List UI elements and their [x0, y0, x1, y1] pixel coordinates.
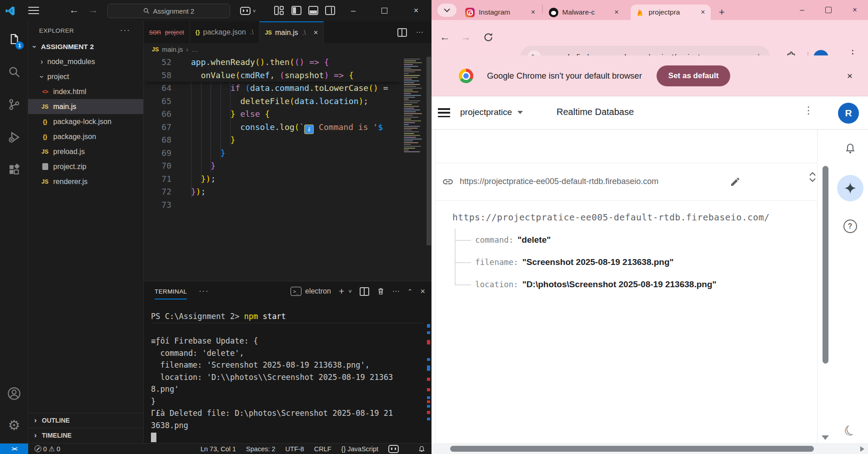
- close-panel-icon[interactable]: ×: [420, 287, 425, 296]
- database-entry-location[interactable]: location:"D:\photos\Screenshot 2025-08-1…: [475, 278, 717, 291]
- tree-item-project[interactable]: ›project: [28, 69, 143, 84]
- language-mode[interactable]: {} JavaScript: [341, 445, 378, 453]
- new-tab-button[interactable]: +: [715, 6, 729, 18]
- tab-search-button[interactable]: [437, 4, 457, 17]
- settings-gear-icon[interactable]: ⚙: [0, 412, 28, 439]
- tree-item-preload.js[interactable]: JSpreload.js: [28, 144, 143, 159]
- instagram-favicon: [465, 8, 475, 17]
- browser-tab-instagram[interactable]: Instagram×: [461, 5, 541, 20]
- indentation[interactable]: Spaces: 2: [246, 445, 276, 453]
- code-editor[interactable]: 64 if (data.command.toLowerCase() =65 de…: [144, 56, 431, 281]
- close-tab-icon[interactable]: ×: [313, 28, 318, 37]
- browser-forward-icon[interactable]: →: [458, 31, 473, 43]
- close-tab-icon[interactable]: ×: [529, 8, 537, 16]
- chrome-maximize-button[interactable]: [815, 0, 842, 20]
- editor-more-icon[interactable]: ···: [416, 28, 423, 36]
- project-selector[interactable]: projectpratice: [460, 107, 523, 117]
- tree-item-package-lock.json[interactable]: {}package-lock.json: [28, 114, 143, 129]
- database-url[interactable]: https://projectpratice-ee005-default-rtd…: [460, 177, 658, 186]
- editor-tab-son[interactable]: sonproject: [144, 21, 190, 43]
- tree-item-project.zip[interactable]: project.zip: [28, 159, 143, 174]
- tree-item-main.js[interactable]: JSmain.js: [28, 99, 143, 114]
- problems-status[interactable]: 0 ⚠ 0: [35, 445, 60, 453]
- scroll-decoration: [427, 378, 430, 381]
- browser-tab-projectpra[interactable]: projectpra×: [631, 5, 711, 20]
- encoding[interactable]: UTF-8: [286, 445, 304, 453]
- tree-item-package.json[interactable]: {}package.json: [28, 129, 143, 144]
- firebase-menu-icon[interactable]: [438, 108, 450, 117]
- banner-close-icon[interactable]: ×: [847, 70, 853, 81]
- scroll-down-arrow[interactable]: [822, 435, 829, 440]
- vertical-scrollbar[interactable]: [821, 130, 831, 443]
- kill-terminal-icon[interactable]: [377, 287, 385, 295]
- editor-tab-main.js[interactable]: JSmain.js.\×: [260, 21, 324, 43]
- browser-back-icon[interactable]: ←: [437, 31, 452, 43]
- tree-item-node_modules[interactable]: ›node_modules: [28, 54, 143, 69]
- horizontal-scrollbar[interactable]: [431, 443, 868, 454]
- firebase-avatar[interactable]: R: [838, 103, 859, 124]
- outline-section[interactable]: ›OUTLINE: [28, 413, 143, 428]
- edit-pencil-icon[interactable]: [730, 176, 741, 187]
- indent-guide: [201, 82, 201, 185]
- remote-indicator[interactable]: ><: [0, 444, 28, 454]
- menu-icon[interactable]: [28, 7, 39, 14]
- accounts-icon[interactable]: [0, 380, 28, 407]
- warnings-icon: ⚠: [49, 445, 55, 453]
- gemini-assistant-button[interactable]: [832, 175, 868, 201]
- firebase-overflow-icon[interactable]: ⋮: [803, 105, 813, 116]
- editor-tab-package.json[interactable]: {}package.json.\: [190, 21, 260, 43]
- help-icon[interactable]: ?: [832, 220, 868, 233]
- split-terminal-icon[interactable]: [360, 287, 369, 296]
- reload-icon[interactable]: [482, 31, 494, 43]
- vscode-minimize-button[interactable]: –: [343, 0, 364, 21]
- explorer-root-folder[interactable]: › ASSIGNMENT 2: [28, 40, 143, 54]
- eol[interactable]: CRLF: [314, 445, 331, 453]
- back-arrow[interactable]: ←: [67, 4, 81, 16]
- terminal-tab[interactable]: TERMINAL: [155, 284, 187, 299]
- vscode-maximize-button[interactable]: [374, 0, 395, 21]
- extensions-icon[interactable]: [0, 157, 28, 183]
- database-root-path[interactable]: https://projectpratice-ee005-default-rtd…: [452, 212, 770, 223]
- toggle-secondary-sidebar-icon[interactable]: [325, 6, 335, 15]
- panel-more-icon[interactable]: ···: [199, 287, 209, 295]
- run-debug-icon[interactable]: [0, 124, 28, 150]
- command-search-box[interactable]: Assignment 2: [107, 4, 230, 18]
- database-entry-filename[interactable]: filename:"Screenshot 2025-08-19 213638.p…: [475, 255, 674, 269]
- maximize-panel-icon[interactable]: ⌃: [407, 288, 413, 295]
- chrome-close-button[interactable]: ×: [842, 0, 868, 20]
- chevron-down-icon[interactable]: ˅: [348, 288, 352, 295]
- copilot-status-icon[interactable]: [388, 444, 408, 454]
- new-terminal-icon[interactable]: +: [339, 286, 344, 297]
- forward-arrow[interactable]: →: [86, 4, 100, 16]
- database-entry-command[interactable]: command:"delete": [475, 233, 551, 247]
- expand-collapse-icon[interactable]: [809, 172, 816, 182]
- copilot-icon[interactable]: ˅: [240, 6, 260, 15]
- set-as-default-button[interactable]: Set as default: [657, 65, 731, 86]
- chrome-minimize-button[interactable]: –: [789, 0, 815, 20]
- search-view-icon[interactable]: [0, 59, 28, 85]
- explorer-view-icon[interactable]: 1: [0, 26, 28, 52]
- shell-name[interactable]: electron: [305, 287, 331, 295]
- editor-scrollbar[interactable]: [426, 56, 431, 281]
- panel-more2-icon[interactable]: ···: [392, 287, 400, 295]
- timeline-section[interactable]: ›TIMELINE: [28, 428, 143, 443]
- dark-mode-moon-icon[interactable]: ☾: [832, 423, 868, 439]
- minimap[interactable]: [402, 56, 426, 281]
- explorer-more-icon[interactable]: ···: [120, 26, 130, 35]
- customize-layout-icon[interactable]: [274, 6, 284, 15]
- close-tab-icon[interactable]: ×: [612, 8, 620, 16]
- vscode-close-button[interactable]: ×: [406, 0, 426, 21]
- cursor-position[interactable]: Ln 73, Col 1: [201, 445, 236, 453]
- tree-item-index.html[interactable]: <>index.html: [28, 84, 143, 99]
- breadcrumb[interactable]: JS main.js › …: [144, 43, 431, 56]
- browser-tab-malware-c[interactable]: Malware-c×: [544, 5, 624, 20]
- split-editor-icon[interactable]: [397, 28, 407, 37]
- source-control-icon[interactable]: [0, 91, 28, 118]
- toggle-panel-icon[interactable]: [308, 6, 318, 15]
- terminal-output[interactable]: PS C:\Assignment 2> npm start ≡ƒôí Fireb…: [151, 310, 424, 442]
- toggle-sidebar-icon[interactable]: [291, 6, 301, 15]
- notifications-bell-icon[interactable]: [418, 445, 425, 453]
- notifications-bell-icon[interactable]: [832, 142, 868, 155]
- tree-item-renderer.js[interactable]: JSrenderer.js: [28, 174, 143, 189]
- close-tab-icon[interactable]: ×: [699, 8, 707, 16]
